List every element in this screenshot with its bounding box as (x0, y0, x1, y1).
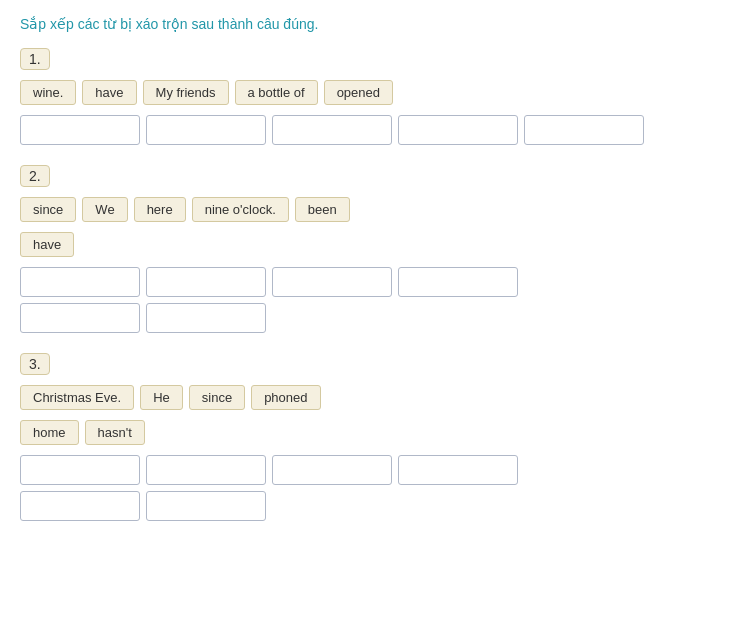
answer-input-1-5[interactable] (524, 115, 644, 145)
question-number-1: 1. (20, 48, 50, 70)
question-block-1: 1. wine. have My friends a bottle of ope… (20, 48, 718, 145)
answer-input-1-4[interactable] (398, 115, 518, 145)
answer-input-2-1[interactable] (20, 267, 140, 297)
word-chip-1-3[interactable]: My friends (143, 80, 229, 105)
answer-input-2-6[interactable] (146, 303, 266, 333)
word-chip-2-6[interactable]: have (20, 232, 74, 257)
answer-input-2-4[interactable] (398, 267, 518, 297)
answer-input-1-3[interactable] (272, 115, 392, 145)
word-chip-3-6[interactable]: hasn't (85, 420, 145, 445)
word-bank-2: since We here nine o'clock. been (20, 197, 718, 222)
word-chip-1-2[interactable]: have (82, 80, 136, 105)
word-chip-2-4[interactable]: nine o'clock. (192, 197, 289, 222)
word-chip-3-3[interactable]: since (189, 385, 245, 410)
word-bank-3: Christmas Eve. He since phoned (20, 385, 718, 410)
word-chip-1-4[interactable]: a bottle of (235, 80, 318, 105)
word-chip-3-4[interactable]: phoned (251, 385, 320, 410)
answer-input-1-2[interactable] (146, 115, 266, 145)
word-bank-1: wine. have My friends a bottle of opened (20, 80, 718, 105)
answer-input-3-5[interactable] (20, 491, 140, 521)
question-block-2: 2. since We here nine o'clock. been have (20, 165, 718, 333)
answer-area-2a (20, 267, 718, 297)
word-chip-3-2[interactable]: He (140, 385, 183, 410)
answer-area-2b (20, 303, 718, 333)
answer-input-2-5[interactable] (20, 303, 140, 333)
answer-input-3-6[interactable] (146, 491, 266, 521)
word-chip-3-1[interactable]: Christmas Eve. (20, 385, 134, 410)
question-number-3: 3. (20, 353, 50, 375)
word-chip-2-5[interactable]: been (295, 197, 350, 222)
word-chip-2-2[interactable]: We (82, 197, 127, 222)
question-block-3: 3. Christmas Eve. He since phoned home h… (20, 353, 718, 521)
word-chip-2-3[interactable]: here (134, 197, 186, 222)
answer-input-1-1[interactable] (20, 115, 140, 145)
word-chip-3-5[interactable]: home (20, 420, 79, 445)
word-bank-2b: have (20, 232, 718, 257)
word-bank-3b: home hasn't (20, 420, 718, 445)
answer-input-3-4[interactable] (398, 455, 518, 485)
question-number-2: 2. (20, 165, 50, 187)
instruction: Sắp xếp các từ bị xáo trộn sau thành câu… (20, 16, 718, 32)
answer-area-1 (20, 115, 718, 145)
answer-input-2-3[interactable] (272, 267, 392, 297)
answer-input-3-3[interactable] (272, 455, 392, 485)
answer-input-3-1[interactable] (20, 455, 140, 485)
word-chip-1-1[interactable]: wine. (20, 80, 76, 105)
word-chip-2-1[interactable]: since (20, 197, 76, 222)
word-chip-1-5[interactable]: opened (324, 80, 393, 105)
answer-area-3a (20, 455, 718, 485)
answer-input-3-2[interactable] (146, 455, 266, 485)
answer-area-3b (20, 491, 718, 521)
answer-input-2-2[interactable] (146, 267, 266, 297)
